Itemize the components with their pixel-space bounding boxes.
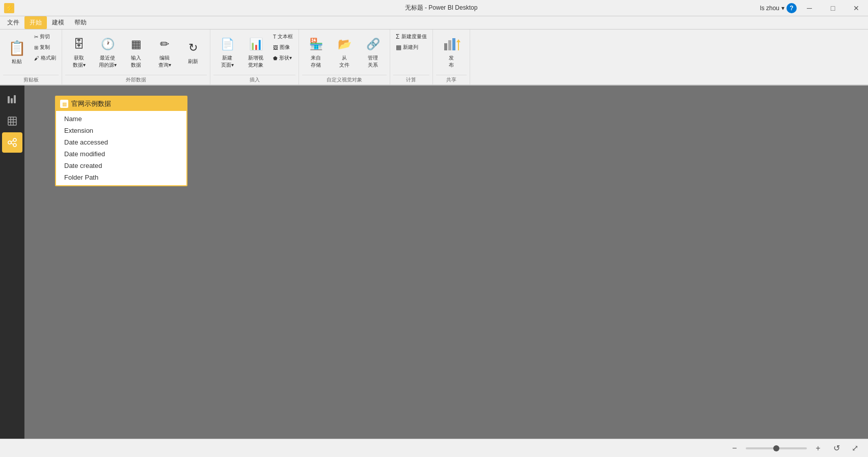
share-label: 共享: [436, 75, 467, 83]
menu-item-help[interactable]: 帮助: [69, 16, 92, 29]
maximize-button[interactable]: □: [821, 0, 845, 16]
table-card: ▦ 官网示例数据 Name Extension Date accessed Da…: [55, 96, 187, 186]
user-info[interactable]: ls zhou ▾ ?: [760, 3, 797, 13]
from-file-button[interactable]: 📂 从文件: [331, 32, 358, 71]
title-bar: ⚡ 无标题 - Power BI Desktop ls zhou ▾ ? ─ □…: [0, 0, 868, 16]
insert-small-buttons: T 文本框 🖼 图像 ⬟ 形状▾: [270, 32, 295, 63]
canvas-area: ▦ 官网示例数据 Name Extension Date accessed Da…: [24, 85, 868, 439]
sidebar-item-relationships[interactable]: [2, 132, 22, 153]
paste-icon: 📋: [7, 38, 27, 58]
text-box-button[interactable]: T 文本框: [270, 32, 295, 42]
zoom-minus-button[interactable]: −: [727, 441, 742, 455]
shapes-button[interactable]: ⬟ 形状▾: [270, 53, 295, 63]
external-data-content: 🗄 获取数据▾ 🕐 最近使用的源▾ ▦ 输入数据 ✏ 编辑查询▾ ↻ 刷新: [65, 32, 207, 74]
user-chevron: ▾: [781, 5, 784, 12]
new-measure-icon: Σ: [396, 33, 399, 40]
custom-visuals-label: 自定义视觉对象: [302, 75, 387, 83]
format-painter-icon: 🖌: [34, 55, 39, 61]
from-store-button[interactable]: 🏪 来自存储: [302, 32, 330, 71]
edit-queries-button[interactable]: ✏ 编辑查询▾: [151, 32, 178, 71]
new-page-label: 新建页面▾: [221, 54, 234, 69]
clipboard-small-buttons: ✂ 剪切 ⊞ 复制 🖌 格式刷: [32, 32, 59, 63]
sidebar: [0, 85, 24, 439]
help-icon[interactable]: ?: [786, 3, 797, 13]
recent-sources-button[interactable]: 🕐 最近使用的源▾: [94, 32, 121, 71]
insert-content: 📄 新建页面▾ 📊 新增视觉对象 T 文本框 🖼 图像 ⬟ 形状▾: [213, 32, 295, 74]
cut-label: 剪切: [40, 33, 50, 40]
zoom-slider-thumb: [773, 445, 779, 451]
fit-button[interactable]: ⤢: [848, 441, 862, 455]
sidebar-item-report[interactable]: [2, 90, 22, 110]
field-folder-path[interactable]: Folder Path: [56, 172, 186, 183]
manage-relationships-icon: 🔗: [363, 34, 383, 54]
field-date-created[interactable]: Date created: [56, 160, 186, 172]
publish-label: 发布: [449, 54, 454, 69]
svg-point-14: [13, 144, 16, 147]
svg-marker-3: [456, 39, 460, 50]
new-measure-button[interactable]: Σ 新建度量值: [393, 32, 429, 42]
field-date-modified[interactable]: Date modified: [56, 148, 186, 160]
zoom-slider[interactable]: [746, 447, 807, 449]
enter-data-button[interactable]: ▦ 输入数据: [122, 32, 150, 71]
format-painter-button[interactable]: 🖌 格式刷: [32, 53, 59, 63]
new-visual-label: 新增视觉对象: [248, 54, 263, 69]
new-column-icon: ▦: [396, 44, 401, 51]
svg-rect-7: [8, 117, 16, 125]
image-button[interactable]: 🖼 图像: [270, 42, 295, 52]
copy-button[interactable]: ⊞ 复制: [32, 42, 59, 52]
get-data-icon: 🗄: [69, 34, 89, 54]
new-measure-label: 新建度量值: [401, 33, 427, 40]
sidebar-item-relationships-container: [2, 132, 22, 153]
get-data-button[interactable]: 🗄 获取数据▾: [65, 32, 93, 71]
svg-rect-0: [444, 43, 447, 50]
status-bar: − + ↺ ⤢: [0, 439, 868, 457]
svg-rect-2: [452, 38, 455, 50]
zoom-reset-button[interactable]: ↺: [829, 441, 844, 455]
svg-rect-1: [448, 40, 451, 50]
svg-point-13: [13, 138, 16, 141]
enter-data-icon: ▦: [126, 34, 146, 54]
menu-item-file[interactable]: 文件: [2, 16, 24, 29]
refresh-icon: ↻: [183, 38, 203, 58]
menu-item-modeling[interactable]: 建模: [47, 16, 69, 29]
new-visual-button[interactable]: 📊 新增视觉对象: [242, 32, 269, 71]
menu-item-home[interactable]: 开始: [24, 16, 47, 29]
recent-sources-label: 最近使用的源▾: [99, 54, 117, 69]
edit-queries-label: 编辑查询▾: [158, 54, 171, 69]
close-button[interactable]: ✕: [845, 0, 868, 16]
custom-visuals-content: 🏪 来自存储 📂 从文件 🔗 管理关系: [302, 32, 387, 74]
svg-rect-6: [14, 95, 16, 103]
svg-line-15: [11, 140, 13, 142]
new-column-button[interactable]: ▦ 新建列: [393, 42, 429, 52]
text-box-label: 文本框: [278, 33, 293, 40]
table-card-header: ▦ 官网示例数据: [56, 97, 186, 111]
paste-button[interactable]: 📋 粘贴: [3, 32, 31, 71]
refresh-button[interactable]: ↻ 刷新: [179, 32, 207, 71]
manage-relationships-button[interactable]: 🔗 管理关系: [359, 32, 387, 71]
ribbon-group-calculations: Σ 新建度量值 ▦ 新建列 计算: [390, 30, 432, 84]
zoom-plus-button[interactable]: +: [811, 441, 825, 455]
minimize-button[interactable]: ─: [798, 0, 821, 16]
table-card-title: 官网示例数据: [71, 99, 111, 108]
svg-line-16: [11, 143, 13, 145]
copy-icon: ⊞: [34, 45, 38, 50]
publish-icon: [441, 34, 462, 54]
window-controls[interactable]: ─ □ ✕: [798, 0, 868, 16]
sidebar-item-data[interactable]: [2, 111, 22, 131]
shapes-label: 形状▾: [279, 54, 292, 62]
new-page-button[interactable]: 📄 新建页面▾: [213, 32, 241, 71]
ribbon-group-share: 发布 共享: [433, 30, 470, 84]
field-extension[interactable]: Extension: [56, 125, 186, 136]
image-label: 图像: [280, 44, 290, 51]
from-store-label: 来自存储: [311, 54, 321, 69]
user-name: ls zhou: [760, 5, 779, 12]
paste-label: 粘贴: [12, 58, 22, 65]
field-name[interactable]: Name: [56, 113, 186, 125]
cut-button[interactable]: ✂ 剪切: [32, 32, 59, 42]
format-painter-label: 格式刷: [41, 54, 56, 62]
new-visual-icon: 📊: [246, 34, 266, 54]
publish-button[interactable]: 发布: [436, 32, 467, 71]
ribbon-group-clipboard: 📋 粘贴 ✂ 剪切 ⊞ 复制 🖌 格式刷 剪贴板: [0, 30, 62, 84]
field-date-accessed[interactable]: Date accessed: [56, 136, 186, 148]
edit-queries-icon: ✏: [154, 34, 175, 54]
